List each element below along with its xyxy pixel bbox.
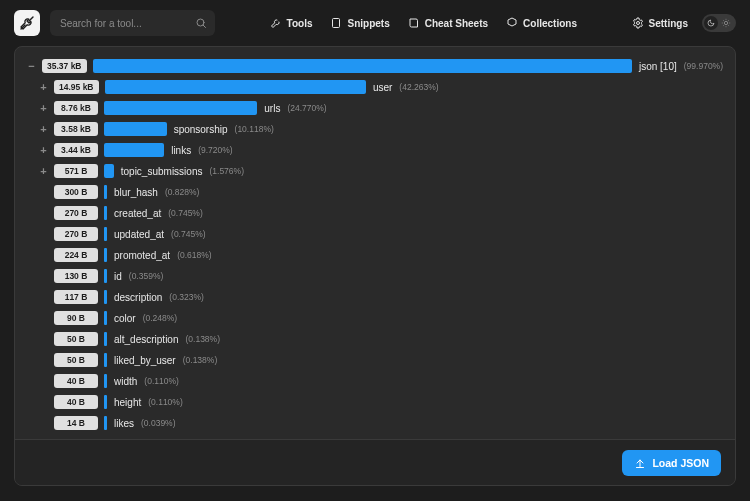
nav-snippets-label: Snippets — [347, 18, 389, 29]
tree-row[interactable]: +14.95 kBuser(42.263%) — [27, 78, 723, 96]
row-label: likes — [114, 418, 134, 429]
tree-row[interactable]: −35.37 kBjson [10](99.970%) — [27, 57, 723, 75]
theme-toggle-knob — [704, 16, 718, 30]
app-logo[interactable] — [14, 10, 40, 36]
panel-footer: Load JSON — [15, 439, 735, 485]
tree-row[interactable]: +50 Balt_description(0.138%) — [27, 330, 723, 348]
nav-tools[interactable]: Tools — [270, 17, 313, 29]
size-bar-nub — [104, 206, 107, 220]
row-label: color — [114, 313, 136, 324]
size-badge: 3.58 kB — [54, 122, 98, 136]
bar-wrap: description(0.323%) — [104, 290, 723, 304]
size-bar — [104, 122, 167, 136]
svg-point-2 — [636, 22, 639, 25]
search-box[interactable] — [50, 10, 215, 36]
row-label: liked_by_user — [114, 355, 176, 366]
bar-wrap: urls(24.770%) — [104, 101, 723, 115]
row-percent: (1.576%) — [209, 166, 244, 176]
size-badge: 300 B — [54, 185, 98, 199]
row-percent: (0.138%) — [183, 355, 218, 365]
nav-settings-label: Settings — [649, 18, 688, 29]
nav-settings[interactable]: Settings — [632, 17, 688, 29]
size-badge: 8.76 kB — [54, 101, 98, 115]
bar-wrap: likes(0.039%) — [104, 416, 723, 430]
bar-wrap: height(0.110%) — [104, 395, 723, 409]
load-json-label: Load JSON — [652, 457, 709, 469]
tools-crossed-icon — [19, 15, 35, 31]
search-input[interactable] — [58, 17, 189, 30]
nav-cheat-sheets[interactable]: Cheat Sheets — [408, 17, 488, 29]
row-percent: (0.359%) — [129, 271, 164, 281]
tree-row[interactable]: +130 Bid(0.359%) — [27, 267, 723, 285]
expand-icon[interactable]: + — [39, 104, 48, 113]
tree-row[interactable]: +8.76 kBurls(24.770%) — [27, 99, 723, 117]
bar-wrap: json [10](99.970%) — [93, 59, 724, 73]
bar-wrap: user(42.263%) — [105, 80, 724, 94]
size-badge: 50 B — [54, 332, 98, 346]
json-size-panel: −35.37 kBjson [10](99.970%)+14.95 kBuser… — [14, 46, 736, 486]
tree-row[interactable]: +90 Bcolor(0.248%) — [27, 309, 723, 327]
row-label: width — [114, 376, 137, 387]
row-label: blur_hash — [114, 187, 158, 198]
tree-row[interactable]: +3.44 kBlinks(9.720%) — [27, 141, 723, 159]
row-label: urls — [264, 103, 280, 114]
nav-right: Settings — [632, 14, 736, 32]
size-tree: −35.37 kBjson [10](99.970%)+14.95 kBuser… — [15, 47, 735, 439]
size-badge: 40 B — [54, 395, 98, 409]
size-badge: 117 B — [54, 290, 98, 304]
moon-icon — [707, 19, 715, 27]
tree-row[interactable]: +270 Bcreated_at(0.745%) — [27, 204, 723, 222]
row-percent: (0.828%) — [165, 187, 200, 197]
tree-row[interactable]: +300 Bblur_hash(0.828%) — [27, 183, 723, 201]
size-badge: 270 B — [54, 227, 98, 241]
tree-row[interactable]: +50 Bliked_by_user(0.138%) — [27, 351, 723, 369]
expand-icon[interactable]: + — [39, 146, 48, 155]
nav-cheat-sheets-label: Cheat Sheets — [425, 18, 488, 29]
size-bar-nub — [104, 185, 107, 199]
size-bar — [104, 164, 114, 178]
svg-point-3 — [724, 21, 727, 24]
wrench-icon — [270, 17, 282, 29]
size-bar-nub — [104, 416, 107, 430]
row-label: id — [114, 271, 122, 282]
bar-wrap: liked_by_user(0.138%) — [104, 353, 723, 367]
row-percent: (42.263%) — [399, 82, 438, 92]
tree-row[interactable]: +14 Blikes(0.039%) — [27, 414, 723, 432]
tree-row[interactable]: +117 Bdescription(0.323%) — [27, 288, 723, 306]
collapse-icon[interactable]: − — [27, 62, 36, 71]
size-bar-nub — [104, 311, 107, 325]
tree-row[interactable]: +40 Bheight(0.110%) — [27, 393, 723, 411]
nav-snippets[interactable]: Snippets — [330, 17, 389, 29]
expand-icon[interactable]: + — [39, 167, 48, 176]
tree-row[interactable]: +571 Btopic_submissions(1.576%) — [27, 162, 723, 180]
bar-wrap: width(0.110%) — [104, 374, 723, 388]
tree-row[interactable]: +40 Bwidth(0.110%) — [27, 372, 723, 390]
row-label: sponsorship — [174, 124, 228, 135]
expand-icon[interactable]: + — [39, 125, 48, 134]
size-bar-nub — [104, 374, 107, 388]
load-json-button[interactable]: Load JSON — [622, 450, 721, 476]
tree-row[interactable]: +270 Bupdated_at(0.745%) — [27, 225, 723, 243]
row-label: user — [373, 82, 392, 93]
bar-wrap: blur_hash(0.828%) — [104, 185, 723, 199]
tree-row[interactable]: +3.58 kBsponsorship(10.118%) — [27, 120, 723, 138]
row-label: created_at — [114, 208, 161, 219]
expand-icon[interactable]: + — [39, 83, 48, 92]
size-badge: 50 B — [54, 353, 98, 367]
row-percent: (99.970%) — [684, 61, 723, 71]
nav-collections[interactable]: Collections — [506, 17, 577, 29]
size-badge: 40 B — [54, 374, 98, 388]
row-percent: (0.110%) — [144, 376, 179, 386]
bar-wrap: alt_description(0.138%) — [104, 332, 723, 346]
gear-icon — [632, 17, 644, 29]
row-percent: (0.138%) — [185, 334, 220, 344]
cube-icon — [506, 17, 518, 29]
row-label: links — [171, 145, 191, 156]
size-badge: 224 B — [54, 248, 98, 262]
theme-toggle[interactable] — [702, 14, 736, 32]
size-bar-nub — [104, 332, 107, 346]
size-bar-nub — [104, 290, 107, 304]
bar-wrap: id(0.359%) — [104, 269, 723, 283]
size-bar — [93, 59, 632, 73]
tree-row[interactable]: +224 Bpromoted_at(0.618%) — [27, 246, 723, 264]
